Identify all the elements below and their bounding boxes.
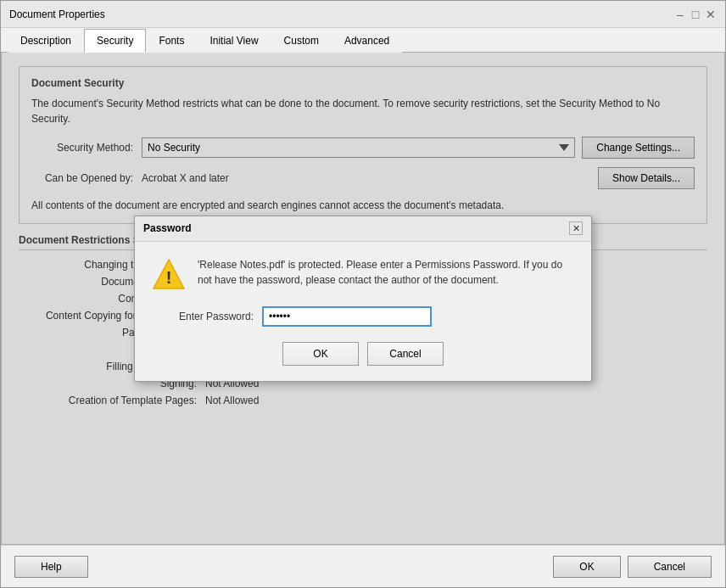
modal-overlay: Password ✕ ! 'Release Notes.pdf' is pro — [2, 53, 724, 544]
maximize-button[interactable]: □ — [690, 8, 701, 20]
main-window: Document Properties – □ ✕ Description Se… — [0, 0, 726, 588]
bottom-bar: Help OK Cancel — [1, 545, 725, 587]
tab-security[interactable]: Security — [84, 29, 146, 53]
modal-message-row: ! 'Release Notes.pdf' is protected. Plea… — [152, 257, 574, 291]
help-button[interactable]: Help — [14, 556, 88, 578]
svg-text:!: ! — [166, 268, 172, 287]
password-ok-button[interactable]: OK — [282, 342, 359, 366]
minimize-button[interactable]: – — [674, 8, 686, 20]
tab-content: Document Security The document's Securit… — [1, 53, 725, 545]
password-input-label: Enter Password: — [152, 311, 254, 322]
modal-input-row: Enter Password: — [152, 306, 574, 327]
window-title: Document Properties — [9, 8, 105, 20]
password-cancel-button[interactable]: Cancel — [367, 342, 444, 366]
tab-bar: Description Security Fonts Initial View … — [1, 28, 725, 53]
ok-button[interactable]: OK — [553, 556, 620, 578]
modal-buttons: OK Cancel — [152, 342, 574, 366]
password-input[interactable] — [262, 306, 432, 327]
modal-title: Password — [143, 222, 192, 234]
tab-advanced[interactable]: Advanced — [332, 29, 402, 53]
tab-description[interactable]: Description — [8, 29, 84, 53]
title-bar: Document Properties – □ ✕ — [1, 1, 725, 28]
tab-initial-view[interactable]: Initial View — [197, 29, 271, 53]
modal-close-button[interactable]: ✕ — [569, 221, 583, 235]
modal-message-text: 'Release Notes.pdf' is protected. Please… — [198, 257, 574, 288]
bottom-right-buttons: OK Cancel — [553, 556, 712, 578]
title-bar-controls: – □ ✕ — [674, 8, 717, 20]
tab-custom[interactable]: Custom — [271, 29, 332, 53]
password-dialog: Password ✕ ! 'Release Notes.pdf' is pro — [134, 216, 592, 382]
tab-fonts[interactable]: Fonts — [146, 29, 197, 53]
cancel-button[interactable]: Cancel — [628, 556, 712, 578]
modal-body: ! 'Release Notes.pdf' is protected. Plea… — [135, 242, 591, 381]
warning-icon: ! — [152, 257, 186, 291]
close-button[interactable]: ✕ — [705, 8, 717, 20]
modal-title-bar: Password ✕ — [135, 216, 591, 242]
